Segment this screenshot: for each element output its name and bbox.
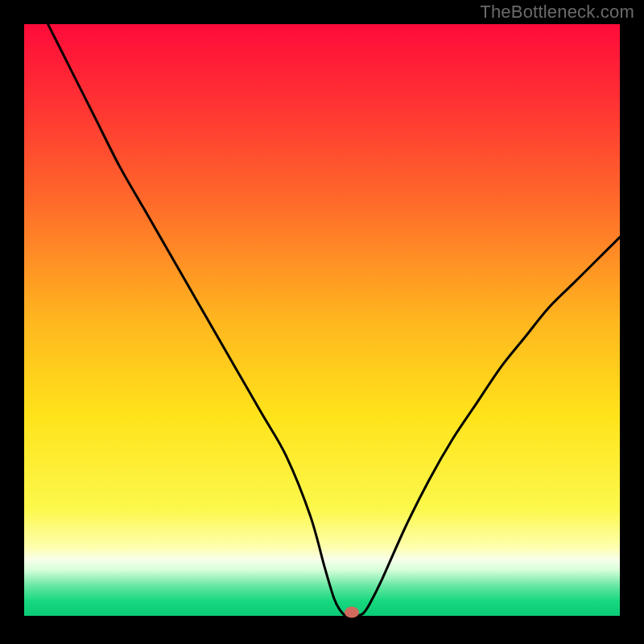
bottleneck-marker	[345, 607, 359, 618]
watermark-text: TheBottleneck.com	[480, 2, 634, 23]
chart-stage: TheBottleneck.com	[0, 0, 644, 644]
chart-gradient-bg	[24, 24, 620, 616]
bottleneck-chart	[0, 0, 644, 644]
